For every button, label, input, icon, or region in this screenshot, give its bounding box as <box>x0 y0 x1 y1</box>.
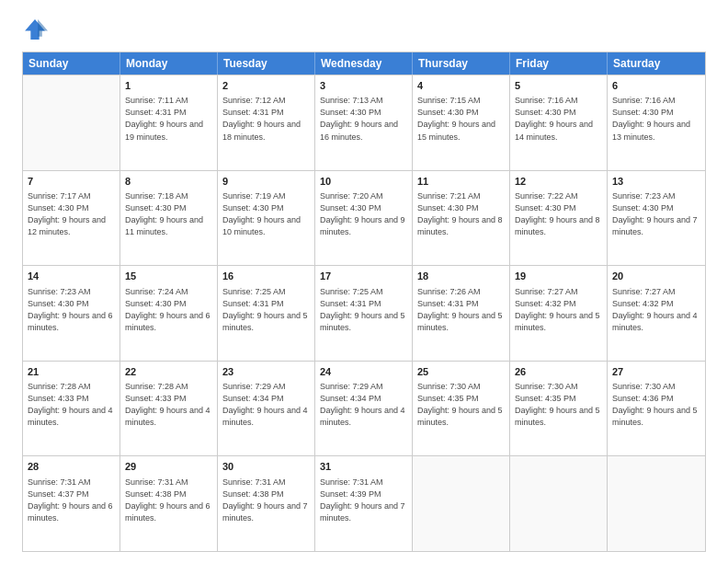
day-number: 31 <box>320 460 407 474</box>
calendar-row-0: 1Sunrise: 7:11 AMSunset: 4:31 PMDaylight… <box>23 75 705 170</box>
day-number: 11 <box>417 175 505 189</box>
day-number: 21 <box>28 365 115 379</box>
calendar-cell: 15Sunrise: 7:24 AMSunset: 4:30 PMDayligh… <box>120 266 218 361</box>
cell-info: Sunrise: 7:31 AMSunset: 4:37 PMDaylight:… <box>28 477 115 524</box>
calendar-row-2: 14Sunrise: 7:23 AMSunset: 4:30 PMDayligh… <box>23 265 705 361</box>
cell-info: Sunrise: 7:11 AMSunset: 4:31 PMDaylight:… <box>125 95 212 143</box>
cell-info: Sunrise: 7:21 AMSunset: 4:30 PMDaylight:… <box>417 190 505 238</box>
col-friday: Friday <box>510 52 608 75</box>
calendar-cell: 10Sunrise: 7:20 AMSunset: 4:30 PMDayligh… <box>315 171 413 266</box>
calendar-header: Sunday Monday Tuesday Wednesday Thursday… <box>23 52 705 75</box>
calendar-cell: 12Sunrise: 7:22 AMSunset: 4:30 PMDayligh… <box>510 171 608 266</box>
calendar-cell <box>23 75 120 170</box>
day-number: 18 <box>417 270 505 283</box>
calendar-cell: 11Sunrise: 7:21 AMSunset: 4:30 PMDayligh… <box>413 171 510 266</box>
calendar-cell: 26Sunrise: 7:30 AMSunset: 4:35 PMDayligh… <box>510 362 608 456</box>
day-number: 6 <box>612 79 700 93</box>
day-number: 16 <box>222 270 310 283</box>
calendar-cell: 7Sunrise: 7:17 AMSunset: 4:30 PMDaylight… <box>23 171 120 266</box>
day-number: 28 <box>28 460 115 474</box>
day-number: 8 <box>125 175 212 189</box>
day-number: 29 <box>125 460 212 474</box>
day-number: 7 <box>28 175 115 189</box>
calendar-cell: 1Sunrise: 7:11 AMSunset: 4:31 PMDaylight… <box>120 75 218 170</box>
cell-info: Sunrise: 7:26 AMSunset: 4:31 PMDaylight:… <box>417 286 505 334</box>
cell-info: Sunrise: 7:23 AMSunset: 4:30 PMDaylight:… <box>612 190 700 238</box>
day-number: 1 <box>125 79 212 93</box>
calendar-cell: 27Sunrise: 7:30 AMSunset: 4:36 PMDayligh… <box>608 362 705 456</box>
calendar-row-1: 7Sunrise: 7:17 AMSunset: 4:30 PMDaylight… <box>23 170 705 266</box>
cell-info: Sunrise: 7:25 AMSunset: 4:31 PMDaylight:… <box>320 286 407 334</box>
cell-info: Sunrise: 7:27 AMSunset: 4:32 PMDaylight:… <box>612 286 700 334</box>
calendar-row-3: 21Sunrise: 7:28 AMSunset: 4:33 PMDayligh… <box>23 361 705 456</box>
day-number: 12 <box>515 175 602 189</box>
logo-icon <box>22 17 48 42</box>
calendar-cell: 18Sunrise: 7:26 AMSunset: 4:31 PMDayligh… <box>413 266 510 361</box>
calendar: Sunday Monday Tuesday Wednesday Thursday… <box>22 52 706 552</box>
day-number: 5 <box>515 79 602 93</box>
cell-info: Sunrise: 7:12 AMSunset: 4:31 PMDaylight:… <box>222 95 310 143</box>
day-number: 15 <box>125 270 212 283</box>
day-number: 17 <box>320 270 407 283</box>
cell-info: Sunrise: 7:30 AMSunset: 4:36 PMDaylight:… <box>612 381 700 429</box>
calendar-cell: 9Sunrise: 7:19 AMSunset: 4:30 PMDaylight… <box>218 171 315 266</box>
logo <box>22 17 53 42</box>
calendar-cell: 4Sunrise: 7:15 AMSunset: 4:30 PMDaylight… <box>413 75 510 170</box>
col-monday: Monday <box>120 52 218 75</box>
calendar-body: 1Sunrise: 7:11 AMSunset: 4:31 PMDaylight… <box>23 75 705 551</box>
cell-info: Sunrise: 7:17 AMSunset: 4:30 PMDaylight:… <box>28 190 115 238</box>
calendar-cell: 8Sunrise: 7:18 AMSunset: 4:30 PMDaylight… <box>120 171 218 266</box>
cell-info: Sunrise: 7:29 AMSunset: 4:34 PMDaylight:… <box>222 381 310 429</box>
day-number: 20 <box>612 270 700 283</box>
cell-info: Sunrise: 7:28 AMSunset: 4:33 PMDaylight:… <box>125 381 212 429</box>
calendar-cell: 21Sunrise: 7:28 AMSunset: 4:33 PMDayligh… <box>23 362 120 456</box>
calendar-cell: 5Sunrise: 7:16 AMSunset: 4:30 PMDaylight… <box>510 75 608 170</box>
cell-info: Sunrise: 7:30 AMSunset: 4:35 PMDaylight:… <box>515 381 602 429</box>
cell-info: Sunrise: 7:16 AMSunset: 4:30 PMDaylight:… <box>612 95 700 143</box>
cell-info: Sunrise: 7:27 AMSunset: 4:32 PMDaylight:… <box>515 286 602 334</box>
day-number: 22 <box>125 365 212 379</box>
day-number: 4 <box>417 79 505 93</box>
day-number: 25 <box>417 365 505 379</box>
calendar-cell: 29Sunrise: 7:31 AMSunset: 4:38 PMDayligh… <box>120 456 218 551</box>
cell-info: Sunrise: 7:31 AMSunset: 4:39 PMDaylight:… <box>320 477 407 524</box>
calendar-cell <box>413 456 510 551</box>
calendar-cell: 25Sunrise: 7:30 AMSunset: 4:35 PMDayligh… <box>413 362 510 456</box>
cell-info: Sunrise: 7:20 AMSunset: 4:30 PMDaylight:… <box>320 190 407 238</box>
calendar-cell: 3Sunrise: 7:13 AMSunset: 4:30 PMDaylight… <box>315 75 413 170</box>
col-thursday: Thursday <box>413 52 510 75</box>
calendar-cell: 28Sunrise: 7:31 AMSunset: 4:37 PMDayligh… <box>23 456 120 551</box>
calendar-cell: 14Sunrise: 7:23 AMSunset: 4:30 PMDayligh… <box>23 266 120 361</box>
cell-info: Sunrise: 7:28 AMSunset: 4:33 PMDaylight:… <box>28 381 115 429</box>
cell-info: Sunrise: 7:31 AMSunset: 4:38 PMDaylight:… <box>125 477 212 524</box>
cell-info: Sunrise: 7:31 AMSunset: 4:38 PMDaylight:… <box>222 477 310 524</box>
calendar-cell: 30Sunrise: 7:31 AMSunset: 4:38 PMDayligh… <box>218 456 315 551</box>
cell-info: Sunrise: 7:16 AMSunset: 4:30 PMDaylight:… <box>515 95 602 143</box>
day-number: 13 <box>612 175 700 189</box>
col-sunday: Sunday <box>23 52 120 75</box>
cell-info: Sunrise: 7:25 AMSunset: 4:31 PMDaylight:… <box>222 286 310 334</box>
calendar-cell: 24Sunrise: 7:29 AMSunset: 4:34 PMDayligh… <box>315 362 413 456</box>
calendar-cell <box>608 456 705 551</box>
day-number: 2 <box>222 79 310 93</box>
col-saturday: Saturday <box>608 52 705 75</box>
svg-marker-1 <box>38 19 48 37</box>
calendar-cell: 22Sunrise: 7:28 AMSunset: 4:33 PMDayligh… <box>120 362 218 456</box>
day-number: 30 <box>222 460 310 474</box>
cell-info: Sunrise: 7:24 AMSunset: 4:30 PMDaylight:… <box>125 286 212 334</box>
day-number: 19 <box>515 270 602 283</box>
calendar-cell: 19Sunrise: 7:27 AMSunset: 4:32 PMDayligh… <box>510 266 608 361</box>
cell-info: Sunrise: 7:19 AMSunset: 4:30 PMDaylight:… <box>222 190 310 238</box>
calendar-cell: 23Sunrise: 7:29 AMSunset: 4:34 PMDayligh… <box>218 362 315 456</box>
day-number: 9 <box>222 175 310 189</box>
day-number: 3 <box>320 79 407 93</box>
calendar-cell <box>510 456 608 551</box>
day-number: 14 <box>28 270 115 283</box>
calendar-cell: 17Sunrise: 7:25 AMSunset: 4:31 PMDayligh… <box>315 266 413 361</box>
calendar-cell: 16Sunrise: 7:25 AMSunset: 4:31 PMDayligh… <box>218 266 315 361</box>
col-tuesday: Tuesday <box>218 52 315 75</box>
cell-info: Sunrise: 7:23 AMSunset: 4:30 PMDaylight:… <box>28 286 115 334</box>
cell-info: Sunrise: 7:30 AMSunset: 4:35 PMDaylight:… <box>417 381 505 429</box>
cell-info: Sunrise: 7:29 AMSunset: 4:34 PMDaylight:… <box>320 381 407 429</box>
calendar-cell: 20Sunrise: 7:27 AMSunset: 4:32 PMDayligh… <box>608 266 705 361</box>
